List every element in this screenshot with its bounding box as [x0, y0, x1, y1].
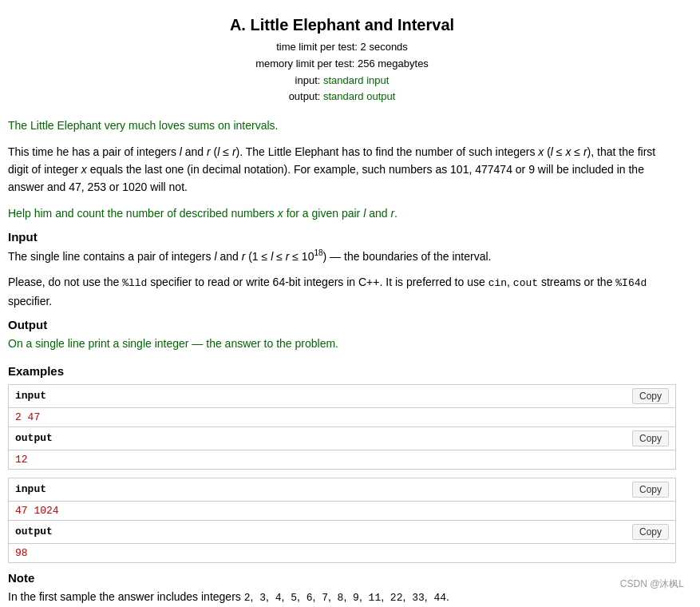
example-2-input-header: input Copy	[9, 478, 675, 502]
output-title: Output	[8, 318, 676, 331]
intro-section: The Little Elephant very much loves sums…	[8, 117, 676, 134]
example-1-input-header: input Copy	[9, 385, 675, 408]
output-type: output: standard output	[8, 89, 676, 105]
example-1-output-value: 12	[9, 450, 675, 469]
example-block-1: input Copy 2 47 output Copy 12	[8, 384, 676, 470]
page-title: A. Little Elephant and Interval	[8, 16, 676, 34]
example-1-output-label: output	[15, 432, 53, 444]
example-1-input-label: input	[15, 390, 46, 402]
example-block-2: input Copy 47 1024 output Copy 98	[8, 478, 676, 563]
note-title: Note	[8, 571, 676, 585]
time-limit: time limit per test: 2 seconds	[8, 39, 676, 56]
input-description: The single line contains a pair of integ…	[8, 247, 676, 265]
help-text: Help him and count the number of describ…	[8, 204, 676, 222]
example-2-input-label: input	[15, 483, 46, 495]
problem-body: This time he has a pair of integers l an…	[8, 143, 676, 196]
title-section: A. Little Elephant and Interval time lim…	[8, 16, 676, 105]
note-text: In the first sample the answer includes …	[8, 588, 676, 607]
problem-body-section: This time he has a pair of integers l an…	[8, 143, 676, 196]
watermark: CSDN @沐枫L	[620, 577, 684, 591]
help-section: Help him and count the number of describ…	[8, 204, 676, 222]
output-description: On a single line print a single integer …	[8, 335, 676, 352]
memory-limit: memory limit per test: 256 megabytes	[8, 56, 676, 73]
example-1-output-header: output Copy	[9, 427, 675, 450]
input-section: Input The single line contains a pair of…	[8, 230, 676, 310]
example-2-input-value: 47 1024	[9, 502, 675, 521]
example-2-output-header: output Copy	[9, 521, 675, 544]
copy-button-1-input[interactable]: Copy	[632, 388, 669, 404]
examples-title: Examples	[8, 364, 676, 378]
copy-button-1-output[interactable]: Copy	[632, 430, 669, 446]
copy-button-2-output[interactable]: Copy	[632, 524, 669, 540]
output-section: Output On a single line print a single i…	[8, 318, 676, 352]
examples-section: Examples input Copy 2 47 output Copy 12 …	[8, 364, 676, 563]
input-note: Please, do not use the %lld specifier to…	[8, 273, 676, 310]
example-1-input-value: 2 47	[9, 408, 675, 427]
note-section: Note In the first sample the answer incl…	[8, 571, 676, 607]
intro-text: The Little Elephant very much loves sums…	[8, 117, 676, 134]
example-2-output-value: 98	[9, 544, 675, 562]
copy-button-2-input[interactable]: Copy	[632, 482, 669, 498]
input-title: Input	[8, 230, 676, 244]
example-2-output-label: output	[15, 526, 53, 538]
input-type: input: standard input	[8, 73, 676, 89]
